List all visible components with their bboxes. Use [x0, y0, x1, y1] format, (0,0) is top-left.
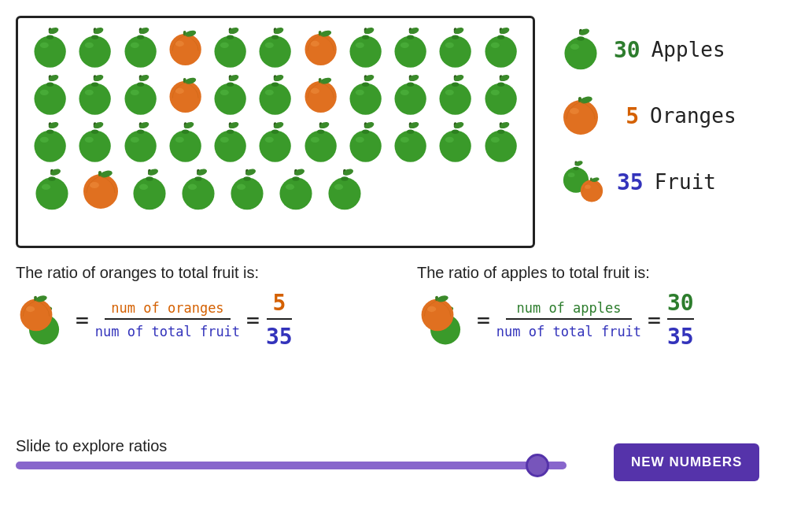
- ratio-apples-fraction: num of apples num of total fruit: [496, 300, 641, 339]
- fruit-row-1: [30, 26, 521, 70]
- apple-icon: [390, 121, 430, 165]
- ratio-orange-front-icon-2: [417, 293, 458, 334]
- fruit-grid-box: [16, 16, 535, 248]
- ratio-oranges-content: = num of oranges num of total fruit = 5 …: [16, 290, 401, 350]
- apple-icon: [30, 26, 70, 70]
- apple-icon: [120, 121, 161, 165]
- ratio-apples-numerator-label: num of apples: [506, 300, 632, 320]
- fruit-row-3: [30, 121, 521, 165]
- slider-section: Slide to explore ratios: [16, 437, 598, 469]
- apple-icon: [481, 26, 521, 70]
- equals-sign-4: =: [648, 307, 661, 333]
- apple-icon: [210, 121, 250, 165]
- apple-icon: [323, 168, 367, 212]
- apple-icon: [345, 73, 386, 117]
- legend-apples-row: 30 Apples: [559, 28, 736, 72]
- apple-icon: [75, 26, 115, 70]
- apple-icon: [75, 121, 115, 165]
- ratio-apples-icon: [417, 293, 471, 347]
- apple-icon: [255, 121, 295, 165]
- apple-icon: [210, 73, 250, 117]
- apple-icon: [127, 168, 172, 212]
- apple-icon: [435, 121, 475, 165]
- slider-thumb[interactable]: [526, 454, 549, 477]
- fruit-count: 35: [617, 169, 644, 195]
- apple-icon: [255, 73, 295, 117]
- legend-orange-icon: [559, 94, 603, 138]
- legend-apple-icon: [559, 28, 603, 72]
- apple-icon: [120, 26, 161, 70]
- ratio-oranges-denominator-label: num of total fruit: [95, 321, 240, 339]
- apple-icon: [210, 26, 250, 70]
- equals-sign-3: =: [477, 307, 490, 333]
- ratio-oranges-fraction: num of oranges num of total fruit: [95, 300, 240, 339]
- slider-track[interactable]: [16, 462, 567, 469]
- legend-oranges-row: 5 Oranges: [559, 94, 736, 138]
- apple-icon: [301, 121, 341, 165]
- apple-icon: [120, 73, 161, 117]
- ratio-oranges-title: The ratio of oranges to total fruit is:: [16, 264, 401, 282]
- equals-sign-2: =: [246, 307, 260, 333]
- ratio-oranges-fraction-num: 5 35: [266, 290, 293, 350]
- apple-icon: [165, 121, 205, 165]
- apple-icon: [481, 73, 521, 117]
- ratio-orange-front-icon: [16, 293, 57, 334]
- new-numbers-button[interactable]: NEW NUMBERS: [614, 443, 759, 481]
- ratio-apples-denominator-label: num of total fruit: [496, 321, 641, 339]
- ratio-apples-denominator-value: 35: [667, 321, 694, 350]
- apple-icon: [390, 26, 430, 70]
- apple-icon: [225, 168, 269, 212]
- apple-icon: [30, 121, 70, 165]
- ratio-apples-content: = num of apples num of total fruit = 30 …: [417, 290, 803, 350]
- orange-icon: [165, 73, 205, 117]
- ratio-apples-fraction-num: 30 35: [667, 290, 694, 350]
- ratio-apples-section: The ratio of apples to total fruit is: =…: [417, 264, 803, 350]
- apples-label: Apples: [651, 38, 725, 61]
- oranges-label: Oranges: [650, 104, 736, 128]
- apple-icon: [481, 121, 521, 165]
- orange-icon: [165, 26, 205, 70]
- ratio-apples-title: The ratio of apples to total fruit is:: [417, 264, 803, 282]
- slider-label: Slide to explore ratios: [16, 437, 598, 455]
- apple-icon: [274, 168, 318, 212]
- ratio-oranges-icon: [16, 293, 69, 347]
- apple-icon: [345, 121, 386, 165]
- apple-icon: [30, 168, 74, 212]
- legend-fruit-row: 35 Fruit: [559, 160, 736, 204]
- legend-combined-icon: [559, 160, 606, 204]
- ratio-oranges-numerator-value: 5: [267, 290, 292, 320]
- fruit-row-2: [30, 73, 521, 117]
- apple-icon: [345, 26, 386, 70]
- ratio-apples-numerator-value: 30: [667, 290, 694, 320]
- legend: 30 Apples 5 Oranges 35 Fruit: [559, 28, 736, 204]
- ratio-oranges-numerator-label: num of oranges: [105, 300, 231, 320]
- apples-count: 30: [614, 37, 640, 63]
- apple-icon: [255, 26, 295, 70]
- ratio-oranges-denominator-value: 35: [266, 321, 293, 350]
- apple-icon: [30, 73, 70, 117]
- apple-icon: [75, 73, 115, 117]
- combined-orange-icon: [578, 176, 606, 204]
- fruit-row-4: [30, 168, 521, 212]
- orange-icon: [301, 26, 341, 70]
- fruit-label: Fruit: [655, 170, 716, 194]
- apple-icon: [435, 26, 475, 70]
- ratio-oranges-section: The ratio of oranges to total fruit is: …: [16, 264, 401, 350]
- apple-icon: [176, 168, 220, 212]
- apple-icon: [390, 73, 430, 117]
- apple-icon: [435, 73, 475, 117]
- equals-sign-1: =: [76, 307, 89, 333]
- oranges-count: 5: [614, 103, 639, 129]
- orange-icon: [301, 73, 341, 117]
- orange-icon: [79, 168, 123, 212]
